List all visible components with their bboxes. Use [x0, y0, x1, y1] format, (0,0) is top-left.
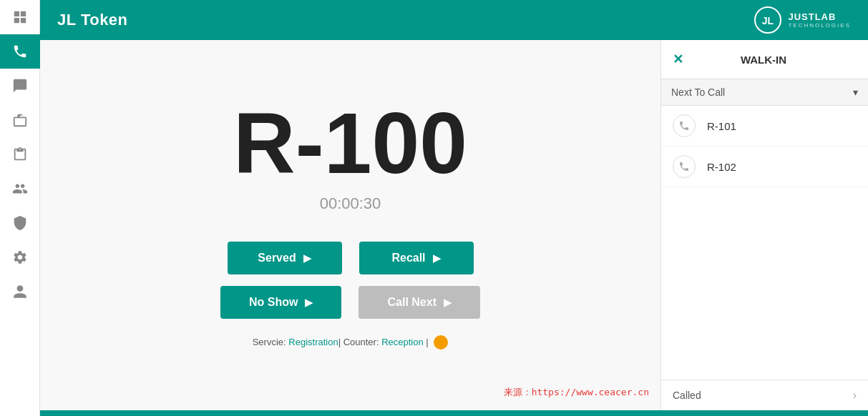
sidebar-item-settings[interactable]: [0, 240, 40, 274]
primary-button-row: Served Recall: [228, 242, 474, 274]
sidebar-item-dashboard[interactable]: [0, 0, 40, 34]
close-button[interactable]: ✕: [673, 51, 683, 67]
sidebar-item-shield[interactable]: [0, 206, 40, 240]
sidebar-item-phone[interactable]: [0, 34, 40, 69]
svg-rect-0: [14, 11, 19, 16]
sidebar-item-user[interactable]: [0, 274, 40, 309]
svg-rect-1: [20, 11, 25, 16]
called-section[interactable]: Called ›: [661, 380, 868, 410]
phone-icon-2: [673, 155, 696, 178]
served-button[interactable]: Served: [228, 242, 342, 274]
header: JL Token JL JUSTLAB TECHNOLOGIES: [40, 0, 868, 40]
dropdown-arrow-icon: ▾: [853, 86, 858, 98]
service-info: Servcie: Registration| Counter: Receptio…: [253, 336, 449, 350]
secondary-button-row: No Show Call Next: [220, 286, 480, 319]
sidebar-item-briefcase[interactable]: [0, 103, 40, 137]
logo-icon: JL: [754, 6, 782, 34]
sidebar-item-clipboard[interactable]: [0, 137, 40, 172]
service-name: Registration: [288, 337, 338, 347]
queue-token-1: R-101: [707, 120, 736, 132]
next-to-call-label: Next To Call: [671, 86, 725, 98]
called-label: Called: [673, 390, 701, 401]
right-panel-title: WALK-IN: [683, 54, 844, 66]
counter-name: Reception: [381, 337, 424, 347]
call-next-button: Call Next: [359, 286, 479, 319]
token-number: R-100: [233, 100, 467, 186]
header-logo: JL JUSTLAB TECHNOLOGIES: [754, 6, 851, 34]
right-panel: ✕ WALK-IN Next To Call ▾ R-101 R-102: [660, 40, 868, 410]
logo-text-block: JUSTLAB TECHNOLOGIES: [788, 11, 851, 29]
queue-token-2: R-102: [707, 161, 736, 173]
phone-icon-1: [673, 114, 696, 137]
service-edit-icon[interactable]: [434, 335, 448, 350]
content-area: R-100 00:00:30 Served Recall No Show Cal…: [40, 40, 868, 410]
logo-name: JUSTLAB: [788, 11, 851, 22]
app-title: JL Token: [57, 11, 128, 29]
main-panel: R-100 00:00:30 Served Recall No Show Cal…: [40, 40, 660, 410]
svg-text:JL: JL: [762, 15, 774, 26]
bottom-bar: [40, 410, 868, 416]
sidebar-item-messages[interactable]: [0, 69, 40, 103]
service-label: Servcie:: [253, 337, 289, 347]
timer: 00:00:30: [320, 194, 381, 213]
recall-button[interactable]: Recall: [359, 242, 474, 274]
counter-label: | Counter:: [338, 337, 381, 347]
no-show-button[interactable]: No Show: [220, 286, 341, 319]
queue-item-2[interactable]: R-102: [661, 147, 868, 187]
sidebar-item-users[interactable]: [0, 172, 40, 206]
main-wrapper: JL Token JL JUSTLAB TECHNOLOGIES R-100 0…: [40, 0, 868, 416]
watermark: 来源：https://www.ceacer.cn: [504, 386, 649, 399]
next-to-call-dropdown[interactable]: Next To Call ▾: [661, 79, 868, 106]
right-panel-header: ✕ WALK-IN: [661, 40, 868, 79]
separator: |: [424, 337, 429, 347]
svg-rect-2: [14, 18, 19, 23]
queue-item-1[interactable]: R-101: [661, 106, 868, 147]
svg-rect-3: [20, 18, 25, 23]
sidebar: [0, 0, 40, 416]
logo-sub: TECHNOLOGIES: [788, 22, 851, 29]
chevron-right-icon: ›: [853, 389, 857, 402]
